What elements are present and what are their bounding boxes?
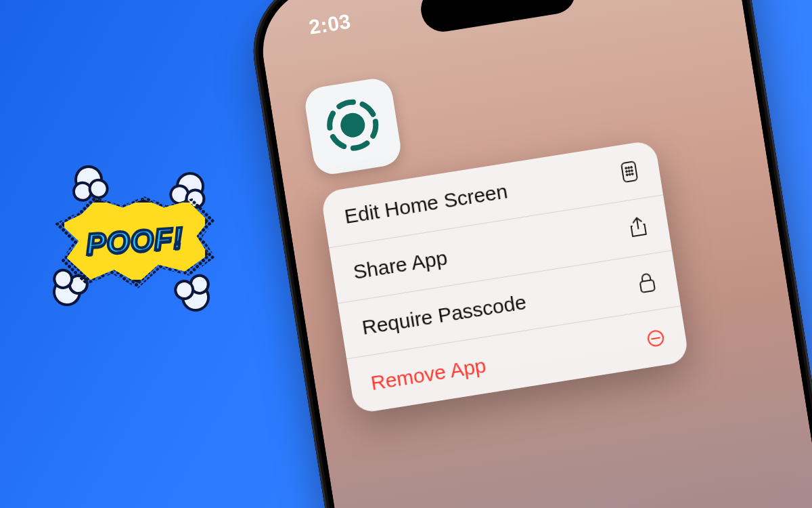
poof-comic-badge: POOF! xyxy=(41,169,230,318)
lock-icon xyxy=(635,270,660,295)
svg-point-11 xyxy=(628,170,630,172)
poof-text: POOF! xyxy=(85,221,184,261)
app-context-menu: Edit Home Screen Share App xyxy=(320,140,690,414)
menu-item-label: Require Passcode xyxy=(361,291,528,339)
svg-rect-16 xyxy=(640,280,655,293)
iphone-device-frame: 2:03 xyxy=(243,0,812,508)
focus-ring-icon xyxy=(317,89,389,163)
status-time: 2:03 xyxy=(307,9,353,39)
svg-point-8 xyxy=(628,167,630,169)
iphone-home-screen[interactable]: 2:03 xyxy=(254,0,812,508)
status-bar: 2:03 xyxy=(257,0,738,54)
svg-point-13 xyxy=(626,174,628,176)
app-icon[interactable] xyxy=(302,76,403,177)
menu-item-label: Remove App xyxy=(369,354,488,394)
svg-point-9 xyxy=(630,166,632,168)
svg-line-18 xyxy=(652,338,660,339)
menu-item-label: Share App xyxy=(352,246,449,284)
svg-point-10 xyxy=(625,171,627,173)
svg-point-15 xyxy=(631,173,633,175)
share-icon xyxy=(626,215,651,240)
menu-item-label: Edit Home Screen xyxy=(343,179,510,228)
svg-point-14 xyxy=(629,173,631,175)
phone-grid-icon xyxy=(617,159,642,184)
remove-circle-icon xyxy=(644,327,668,350)
svg-point-5 xyxy=(339,111,367,139)
svg-point-12 xyxy=(631,169,633,171)
svg-point-7 xyxy=(625,167,627,169)
